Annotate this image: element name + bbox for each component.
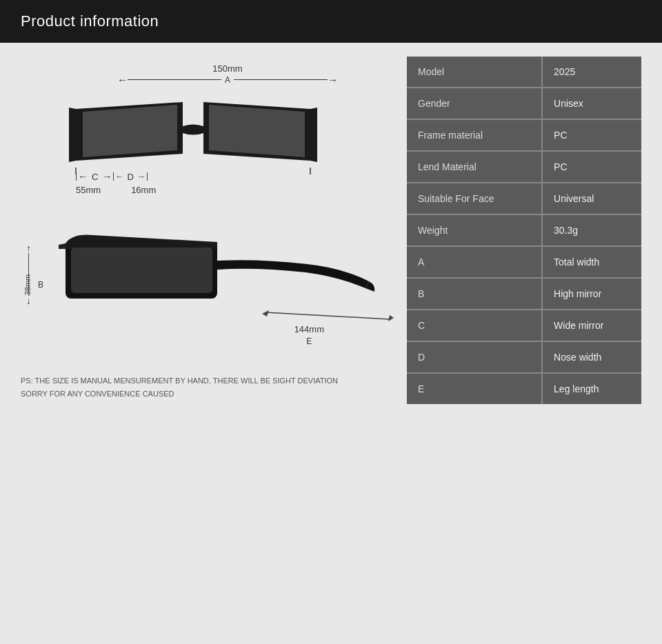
table-row: Lend MaterialPC — [407, 151, 641, 183]
table-key: Lend Material — [407, 151, 542, 183]
table-row: Weight30.3g — [407, 214, 641, 246]
table-value: Unisex — [542, 88, 641, 119]
b-size-label: 38mm — [23, 274, 32, 296]
table-key: E — [407, 373, 542, 404]
product-info-table: Model2025GenderUnisexFrame materialPCLen… — [407, 57, 641, 404]
b-letter-label: B — [38, 280, 43, 290]
note-section: PS: THE SIZE IS MANUAL MENSUREMENT BY HA… — [21, 374, 393, 400]
table-key: Frame material — [407, 119, 542, 151]
d-letter: D — [125, 172, 135, 182]
glasses-top-svg — [69, 88, 317, 178]
svg-line-4 — [265, 312, 390, 319]
table-row: Model2025 — [407, 57, 641, 88]
glasses-side-svg — [52, 223, 397, 340]
table-value: Nose width — [542, 341, 641, 373]
table-value: High mirror — [542, 278, 641, 310]
note-text: PS: THE SIZE IS MANUAL MENSUREMENT BY HA… — [21, 374, 365, 400]
table-value: Universal — [542, 183, 641, 214]
page-header: Product information — [0, 0, 662, 43]
c-letter: C — [89, 172, 101, 182]
table-row: ELeg length — [407, 373, 641, 404]
table-key: Weight — [407, 214, 542, 246]
table-key: Model — [407, 57, 542, 88]
glasses-top-diagram — [69, 88, 393, 178]
table-key: B — [407, 278, 542, 310]
table-row: Frame materialPC — [407, 119, 641, 151]
table-key: Gender — [407, 88, 542, 119]
e-letter: E — [306, 336, 312, 346]
d-size: 16mm — [131, 185, 156, 195]
e-size-label: 144mm — [294, 324, 324, 334]
table-value: 30.3g — [542, 214, 641, 246]
e-dimension: 144mm E — [294, 324, 324, 347]
left-panel: 150mm ← A → — [21, 57, 393, 626]
table-key: Suitable For Face — [407, 183, 542, 214]
table-key: C — [407, 310, 542, 341]
table-key: A — [407, 246, 542, 278]
table-row: GenderUnisex — [407, 88, 641, 119]
table-value: PC — [542, 119, 641, 151]
table-value: PC — [542, 151, 641, 183]
main-content: 150mm ← A → — [0, 43, 662, 640]
table-value: Total width — [542, 246, 641, 278]
table-value: Leg length — [542, 373, 641, 404]
cd-size-row: 55mm 16mm — [76, 185, 393, 195]
width-150-label: 150mm — [212, 63, 242, 74]
svg-rect-3 — [71, 248, 212, 293]
page-title: Product information — [21, 12, 159, 30]
c-size: 55mm — [76, 185, 101, 195]
svg-marker-5 — [262, 310, 269, 316]
cd-dimension-row: ← C → ← D → — [76, 171, 393, 182]
width-a-letter: A — [221, 75, 234, 85]
table-row: CWide mirror — [407, 310, 641, 341]
glasses-side-svg-container — [52, 223, 397, 343]
svg-marker-6 — [388, 315, 394, 321]
table-key: D — [407, 341, 542, 373]
table-row: BHigh mirror — [407, 278, 641, 310]
glasses-side-diagram: ↑ ↓ 38mm B — [21, 209, 393, 361]
table-row: DNose width — [407, 341, 641, 373]
table-value: 2025 — [542, 57, 641, 88]
table-value: Wide mirror — [542, 310, 641, 341]
table-row: Suitable For FaceUniversal — [407, 183, 641, 214]
table-row: ATotal width — [407, 246, 641, 278]
right-panel: Model2025GenderUnisexFrame materialPCLen… — [407, 57, 641, 626]
